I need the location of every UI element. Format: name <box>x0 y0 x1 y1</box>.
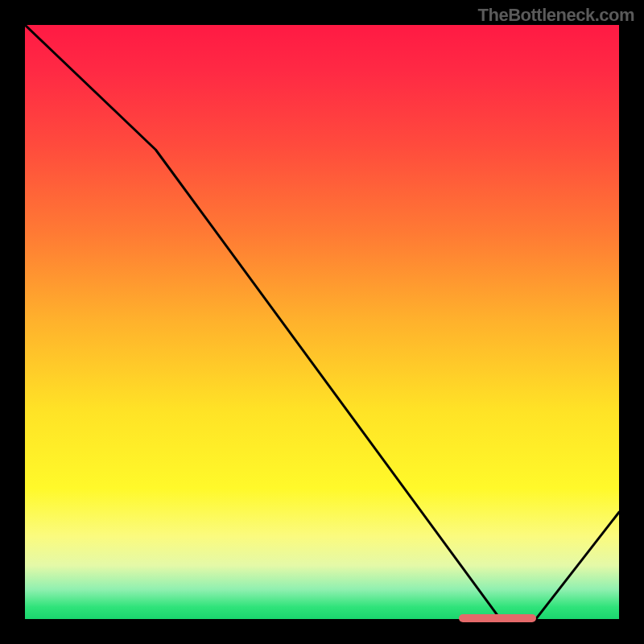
optimum-range-marker <box>459 614 536 622</box>
chart-container: TheBottleneck.com <box>0 0 644 644</box>
attribution-text: TheBottleneck.com <box>478 5 634 26</box>
plot-background <box>25 25 619 619</box>
